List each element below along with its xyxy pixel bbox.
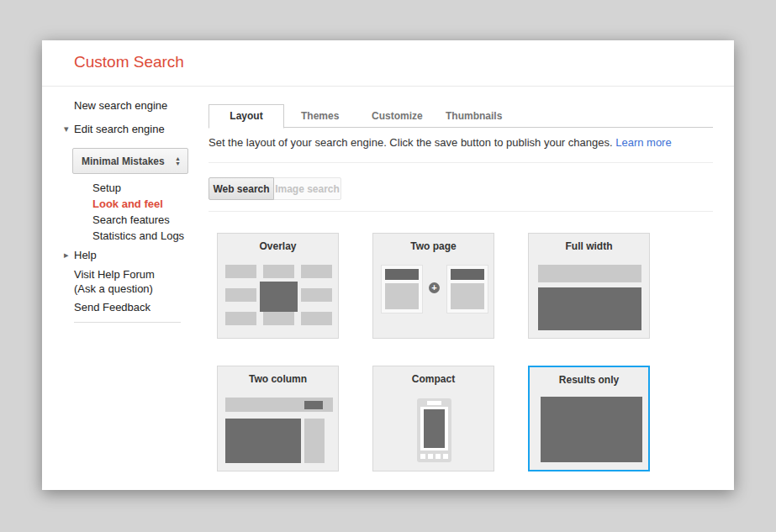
tab-customize[interactable]: Customize <box>372 105 423 128</box>
layout-option-two-page[interactable]: Two page + <box>372 233 494 339</box>
sidebar-item-setup[interactable]: Setup <box>92 182 121 194</box>
header-divider <box>42 86 734 87</box>
engine-select[interactable]: Minimal Mistakes ▲ ▼ <box>72 148 188 174</box>
two-column-side-block <box>304 419 325 463</box>
divider <box>209 162 713 163</box>
tab-layout[interactable]: Layout <box>209 104 284 129</box>
two-column-topbar-chip <box>304 401 323 409</box>
sidebar-divider <box>74 322 181 323</box>
layout-option-title: Full width <box>529 240 649 252</box>
description-text: Set the layout of your search engine. Cl… <box>209 136 613 149</box>
tab-themes[interactable]: Themes <box>301 105 339 128</box>
divider <box>209 211 713 212</box>
layout-option-title: Overlay <box>218 240 338 252</box>
engine-select-value: Minimal Mistakes <box>73 155 175 167</box>
select-spinner-icon: ▲ ▼ <box>175 156 187 166</box>
sidebar-item-help[interactable]: Help <box>74 249 97 261</box>
overlay-popup-block <box>260 282 298 312</box>
sidebar-item-help-forum-subtitle[interactable]: (Ask a question) <box>74 282 153 295</box>
layout-option-overlay[interactable]: Overlay <box>217 233 339 339</box>
custom-search-panel: Custom Search New search engine ▾ Edit s… <box>42 40 734 490</box>
layout-option-title: Two page <box>373 240 494 252</box>
layout-option-two-column[interactable]: Two column <box>217 366 339 471</box>
page-title: Custom Search <box>74 53 184 71</box>
tab-description: Set the layout of your search engine. Cl… <box>209 136 672 149</box>
sidebar-item-new-search-engine[interactable]: New search engine <box>74 99 167 112</box>
layout-option-full-width[interactable]: Full width <box>528 233 650 339</box>
web-search-button[interactable]: Web search <box>209 177 274 200</box>
plus-icon: + <box>429 282 440 293</box>
sidebar-item-send-feedback[interactable]: Send Feedback <box>74 301 150 313</box>
phone-icon <box>417 398 451 462</box>
layout-option-title: Results only <box>530 374 648 386</box>
layout-option-title: Compact <box>373 373 494 385</box>
layout-option-compact[interactable]: Compact <box>372 366 494 471</box>
full-width-results-block <box>538 287 641 330</box>
sidebar-item-look-and-feel[interactable]: Look and feel <box>92 198 163 210</box>
two-page-left-thumbnail <box>381 265 423 313</box>
layout-option-title: Two column <box>218 373 338 385</box>
sidebar-item-help-forum[interactable]: Visit Help Forum <box>74 268 155 281</box>
two-page-right-thumbnail <box>446 265 488 313</box>
two-column-main-block <box>225 419 301 463</box>
image-search-button[interactable]: Image search <box>273 177 341 200</box>
results-only-block <box>541 397 642 462</box>
full-width-searchbox-block <box>538 265 641 282</box>
sidebar-item-edit-search-engine[interactable]: Edit search engine <box>74 123 165 135</box>
sidebar-item-search-features[interactable]: Search features <box>92 213 170 226</box>
layout-option-results-only[interactable]: Results only <box>528 366 650 471</box>
learn-more-link[interactable]: Learn more <box>615 136 671 149</box>
tab-thumbnails[interactable]: Thumbnails <box>446 105 502 128</box>
sidebar-item-statistics-and-logs[interactable]: Statistics and Logs <box>92 229 184 242</box>
chevron-right-icon: ▸ <box>64 250 69 261</box>
chevron-down-icon: ▾ <box>64 124 69 134</box>
